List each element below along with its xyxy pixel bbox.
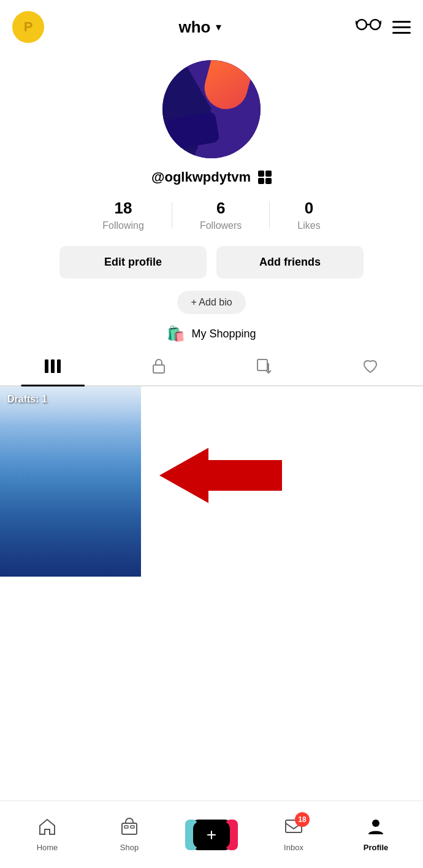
following-label: Following: [102, 220, 144, 231]
svg-marker-11: [159, 448, 282, 503]
nav-create[interactable]: +: [170, 820, 253, 850]
username-section: @oglkwpdytvm: [0, 169, 423, 185]
bottom-nav: Home Shop + 18: [0, 801, 423, 868]
header-username: who: [179, 18, 211, 37]
followers-stat[interactable]: 6 Followers: [172, 199, 269, 231]
red-arrow-indicator: [159, 448, 282, 505]
chevron-down-icon: ▾: [216, 20, 221, 34]
coin-letter: P: [24, 19, 33, 35]
tab-videos[interactable]: [0, 357, 106, 385]
svg-rect-5: [45, 359, 48, 373]
shop-label: Shop: [120, 843, 139, 852]
repost-icon: [255, 357, 273, 375]
stats-section: 18 Following 6 Followers 0 Likes: [0, 199, 423, 231]
header-icons: [356, 15, 411, 39]
shopping-label: My Shopping: [191, 328, 256, 340]
nav-home[interactable]: Home: [6, 817, 88, 852]
home-icon: [37, 817, 57, 839]
create-button[interactable]: +: [190, 820, 233, 850]
shopping-bag-icon: 🛍️: [167, 325, 185, 342]
home-label: Home: [37, 843, 58, 852]
profile-label: Profile: [364, 843, 388, 852]
username-dropdown[interactable]: who ▾: [179, 18, 221, 37]
svg-rect-6: [51, 359, 55, 373]
svg-point-1: [370, 20, 380, 29]
draft-overlay: [0, 386, 141, 577]
followers-label: Followers: [200, 220, 242, 231]
shop-icon: [120, 817, 139, 839]
followers-count: 6: [216, 199, 225, 218]
svg-rect-12: [122, 823, 137, 834]
nav-shop[interactable]: Shop: [88, 817, 170, 852]
add-bio-button[interactable]: + Add bio: [177, 291, 245, 314]
edit-profile-button[interactable]: Edit profile: [59, 246, 207, 278]
inbox-badge: 18: [295, 812, 310, 827]
svg-point-0: [357, 20, 367, 29]
profile-icon: [366, 817, 386, 839]
likes-count: 0: [305, 199, 313, 218]
tabs-section: [0, 357, 423, 386]
avatar[interactable]: [162, 60, 261, 158]
draft-label: Drafts: 1: [7, 394, 47, 405]
avatar-section: [0, 60, 423, 158]
tab-private[interactable]: [106, 357, 212, 385]
svg-line-3: [356, 21, 357, 25]
inbox-label: Inbox: [284, 843, 303, 852]
svg-point-16: [372, 820, 379, 827]
heart-icon: [361, 357, 379, 375]
header: P who ▾: [0, 0, 423, 54]
bio-section: + Add bio: [0, 291, 423, 314]
svg-rect-8: [153, 365, 164, 373]
content-section: Drafts: 1: [0, 386, 423, 583]
likes-label: Likes: [297, 220, 320, 231]
likes-stat[interactable]: 0 Likes: [270, 199, 348, 231]
svg-rect-9: [257, 359, 267, 371]
add-friends-button[interactable]: Add friends: [216, 246, 364, 278]
following-count: 18: [115, 199, 132, 218]
shopping-section[interactable]: 🛍️ My Shopping: [0, 325, 423, 342]
nav-inbox[interactable]: 18 Inbox: [253, 817, 335, 852]
username-label: @oglkwpdytvm: [151, 169, 251, 185]
tab-likes[interactable]: [318, 357, 424, 385]
tab-reposts[interactable]: [212, 357, 318, 385]
qr-code-icon[interactable]: [258, 171, 272, 184]
svg-rect-14: [131, 826, 134, 828]
grid-icon: [44, 357, 62, 375]
svg-rect-7: [57, 359, 61, 373]
following-stat[interactable]: 18 Following: [75, 199, 172, 231]
draft-thumbnail[interactable]: Drafts: 1: [0, 386, 141, 577]
action-buttons: Edit profile Add friends: [0, 246, 423, 278]
svg-rect-13: [124, 826, 128, 828]
svg-line-4: [380, 21, 381, 25]
nav-profile[interactable]: Profile: [335, 817, 417, 852]
menu-icon[interactable]: [392, 21, 411, 34]
lock-icon: [150, 357, 168, 375]
glasses-icon[interactable]: [356, 15, 381, 39]
plus-icon: +: [207, 825, 216, 845]
coin-button[interactable]: P: [12, 11, 44, 43]
